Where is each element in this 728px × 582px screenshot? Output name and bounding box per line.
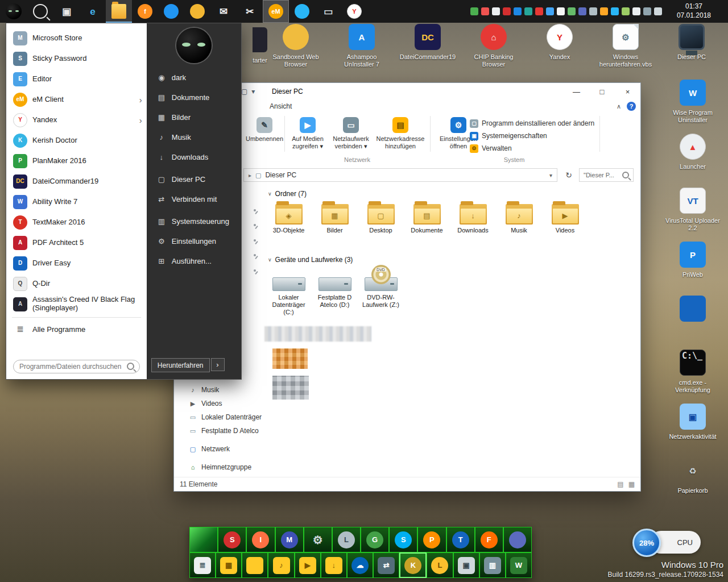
map-network-drive-button[interactable]: ▭ Netzlaufwerk verbinden ▾	[331, 117, 371, 149]
search-icon[interactable]	[27, 0, 53, 23]
access-media-button[interactable]: ▶ Auf Medien zugreifen ▾	[287, 117, 329, 149]
start-item-ability-write-7[interactable]: W Ability Write 7	[6, 192, 147, 212]
start-item-assassins-creed-iv[interactable]: A Assassin's Creed IV Black Flag (Single…	[6, 294, 147, 314]
user-avatar[interactable]	[176, 28, 212, 63]
grid-view-button[interactable]: ▦	[628, 480, 635, 488]
rename-button[interactable]: ✎ Umbenennen	[246, 117, 283, 143]
tray-icon-8[interactable]	[546, 7, 554, 15]
yandex-icon[interactable]: Y	[341, 0, 367, 23]
dock-downloads-folder-icon[interactable]: ↓	[321, 552, 347, 578]
collapse-ribbon-icon[interactable]: ∧	[617, 103, 621, 110]
start-item-sticky-password[interactable]: S Sticky Password	[6, 48, 147, 69]
blue-orb-icon[interactable]	[289, 0, 315, 23]
nav-festplatte-d-atelco[interactable]: ▭ Festplatte D Atelco	[174, 424, 263, 438]
tray-icon-5[interactable]	[514, 7, 522, 15]
dock-antivirus-shield-icon[interactable]: S	[218, 527, 246, 552]
tray-icon-10[interactable]	[568, 7, 576, 15]
close-button[interactable]: ×	[615, 83, 640, 100]
dock-music-folder-icon[interactable]: ♪	[268, 552, 294, 578]
folder-desktop[interactable]: ▢ Desktop	[358, 201, 404, 234]
gray-app-icon[interactable]: ▭	[315, 0, 341, 23]
tray-icon-6[interactable]	[524, 7, 532, 15]
explorer-search-input[interactable]: "Dieser P...	[579, 168, 634, 182]
dock-skype-icon[interactable]: S	[389, 527, 417, 552]
desktop-icon-virustotal-uploader[interactable]: VT VirusTotal Uploader 2.2	[660, 188, 726, 242]
folder-dokumente[interactable]: ▤ Dokumente	[404, 201, 450, 234]
start-button[interactable]	[0, 0, 27, 23]
start-item-textmaker-2016[interactable]: T TextMaker 2016	[6, 212, 147, 232]
breadcrumb-dropdown-icon[interactable]: ▾	[549, 172, 552, 178]
start-item-bilder[interactable]: ▦ Bilder	[147, 107, 241, 127]
nav-lokaler-datentraeger[interactable]: ▭ Lokaler Datenträger	[174, 410, 263, 424]
folder-videos[interactable]: ▶ Videos	[542, 201, 588, 234]
start-item-em-client[interactable]: eM eM Client ›	[6, 89, 147, 110]
minimize-button[interactable]: —	[564, 83, 589, 100]
clock[interactable]: 01:37 07.01.2018	[677, 2, 711, 20]
manage-button[interactable]: ⚙ Verwalten	[470, 142, 594, 155]
desktop-icon-ashampoo-uninstaller-7[interactable]: A Ashampoo UnInstaller 7	[329, 24, 395, 68]
mail-icon[interactable]: ✉	[210, 0, 237, 23]
tray-icon-16[interactable]	[632, 7, 640, 15]
shutdown-button[interactable]: Herunterfahren	[151, 358, 210, 372]
start-item-yandex[interactable]: Y Yandex ›	[6, 110, 147, 130]
drive-d[interactable]: Festplatte D Atelco (D:)	[312, 268, 358, 316]
dock-padlock-icon[interactable]: L	[427, 552, 453, 578]
desktop-icon-papierkorb[interactable]: ♻ Papierkorb	[660, 458, 726, 512]
start-item-planmaker-2016[interactable]: P PlanMaker 2016	[6, 151, 147, 171]
nav-musik[interactable]: ♪ Musik	[174, 383, 263, 397]
file-explorer-icon[interactable]	[106, 0, 132, 23]
shutdown-options-arrow[interactable]: ›	[211, 358, 225, 371]
dock-gear-icon[interactable]: ⚙	[304, 527, 332, 552]
maximize-button[interactable]: □	[589, 83, 615, 100]
dock-folder-icon[interactable]	[242, 552, 268, 578]
start-item-ausfuehren[interactable]: ⊞ Ausführen...	[147, 251, 241, 271]
snipping-tool-icon[interactable]: ✂	[237, 0, 263, 23]
start-item-q-dir[interactable]: Q Q-Dir	[6, 273, 147, 294]
pizza-app-icon[interactable]	[184, 0, 210, 23]
tray-icon-2[interactable]	[481, 7, 489, 15]
dock-green-tile[interactable]	[189, 527, 218, 552]
drive-z[interactable]: DVD DVD-RW-Laufwerk (Z:)	[358, 268, 404, 316]
add-network-location-button[interactable]: ▤ Netzwerkadresse hinzufügen	[373, 117, 428, 149]
tray-icon-14[interactable]	[611, 7, 619, 15]
start-item-user-dark[interactable]: ◉ dark	[147, 68, 241, 88]
desktop-icon-chip-banking-browser[interactable]: ⌂ CHIP Banking Browser	[461, 24, 527, 68]
nav-heimnetzgruppe[interactable]: ⌂ Heimnetzgruppe	[174, 460, 263, 474]
start-item-microsoft-store[interactable]: M Microsoft Store	[6, 28, 147, 48]
desktop-icon-sandboxed-web-browser[interactable]: Sandboxed Web Browser	[263, 24, 329, 68]
tray-icon-17[interactable]	[643, 7, 651, 15]
drives-section-header[interactable]: ∨ Geräte und Laufwerke (3)	[268, 256, 353, 264]
folders-section-header[interactable]: ∨ Ordner (7)	[268, 190, 307, 198]
dock-lock-icon[interactable]: L	[332, 527, 361, 552]
system-properties-button[interactable]: ▣ Systemeigenschaften	[470, 130, 594, 142]
uninstall-program-button[interactable]: ▢ Programm deinstallieren oder ändern	[470, 117, 594, 130]
desktop-icon-yandex[interactable]: Y Yandex	[527, 24, 593, 68]
tray-icon-7[interactable]	[535, 7, 543, 15]
folder-bilder[interactable]: ▦ Bilder	[312, 201, 358, 234]
dock-moon-icon[interactable]	[503, 527, 532, 552]
firefox-icon[interactable]: f	[132, 0, 158, 23]
dock-images-folder-icon[interactable]: ▦	[216, 552, 242, 578]
dock-computer-sync-icon[interactable]: ⇄	[373, 552, 399, 578]
dock-web-monitor-icon[interactable]: W	[506, 552, 532, 578]
quick-access-toolbar[interactable]: ▢ ▾	[241, 83, 255, 100]
folder-downloads[interactable]: ↓ Downloads	[450, 201, 496, 234]
dock-thunderbird-icon[interactable]: T	[446, 527, 475, 552]
dock-palemoon-icon[interactable]: P	[417, 527, 446, 552]
dock-globe-icon[interactable]: G	[361, 527, 389, 552]
start-item-kerish-doctor[interactable]: K Kerish Doctor	[6, 130, 147, 151]
list-view-button[interactable]: ▤	[617, 480, 623, 488]
folder-musik[interactable]: ♪ Musik	[496, 201, 542, 234]
chevron-down-icon[interactable]: ▾	[251, 88, 255, 95]
tray-icon-1[interactable]	[470, 7, 478, 15]
tray-icon-3[interactable]	[492, 7, 500, 15]
all-programs-item[interactable]: ≣ Alle Programme	[6, 321, 147, 338]
task-view-icon[interactable]: ▣	[53, 0, 80, 23]
dock-videos-folder-icon[interactable]: ▶	[295, 552, 321, 578]
nav-videos[interactable]: ▶ Videos	[174, 397, 263, 410]
start-item-einstellungen[interactable]: ⚙ Einstellungen	[147, 231, 241, 251]
start-item-dokumente[interactable]: ▤ Dokumente	[147, 88, 241, 107]
tab-ansicht[interactable]: Ansicht	[264, 100, 297, 113]
desktop-icon-wise-program-uninstaller[interactable]: W Wise Program Uninstaller	[660, 80, 726, 134]
blue-app-icon[interactable]	[158, 0, 184, 23]
